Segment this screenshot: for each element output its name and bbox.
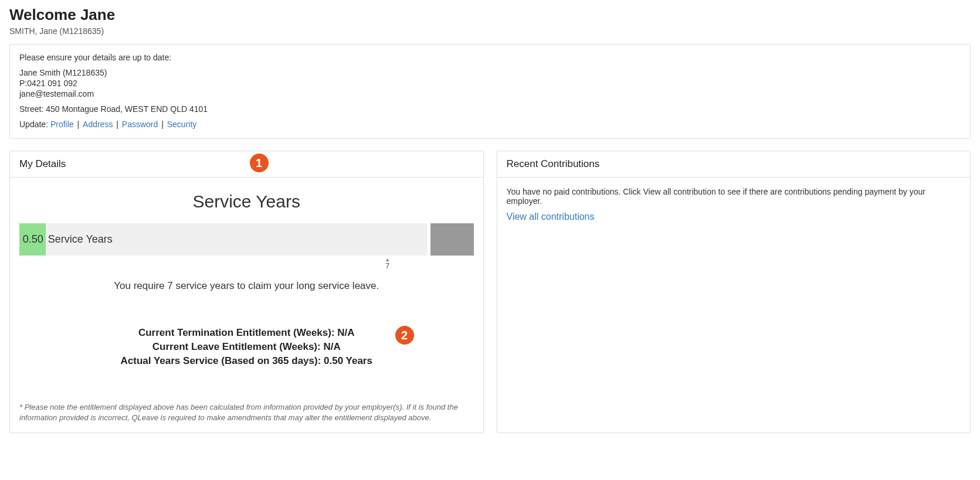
user-phone-line: P:0421 091 092 — [19, 79, 961, 88]
separator: | — [114, 120, 120, 129]
separator: | — [75, 120, 82, 129]
axis-tick-zone: ▴ 7 — [19, 257, 427, 268]
address-link[interactable]: Address — [83, 120, 113, 129]
disclaimer-text: * Please note the entitlement displayed … — [19, 402, 474, 423]
threshold-tick-label: 7 — [385, 261, 389, 270]
update-links-row: Update: Profile | Address | Password | S… — [19, 120, 961, 129]
annotation-callout-1: 1 — [250, 154, 269, 172]
actual-years-service: Actual Years Service (Based on 365 days)… — [19, 355, 474, 367]
update-label: Update: — [19, 120, 48, 129]
page-title: Welcome Jane — [9, 6, 971, 24]
recent-contributions-panel: Recent Contributions You have no paid co… — [497, 151, 971, 433]
annotation-callout-2: 2 — [395, 326, 414, 345]
profile-link[interactable]: Profile — [50, 120, 74, 129]
bar-fill: 0.50 — [19, 223, 46, 256]
bar-track: 0.50 Service Years — [19, 223, 427, 256]
user-address-line: Street: 450 Montague Road, WEST END QLD … — [19, 104, 961, 114]
separator: | — [159, 120, 165, 129]
service-years-chart-title: Service Years — [19, 192, 474, 212]
contributions-heading: Recent Contributions — [497, 151, 971, 178]
ensure-text: Please ensure your details are up to dat… — [19, 53, 961, 62]
security-link[interactable]: Security — [167, 120, 197, 129]
my-details-panel: My Details 1 Service Years 0.50 Service … — [9, 151, 484, 433]
bar-series-label: Service Years — [46, 233, 113, 246]
service-years-chart: 0.50 Service Years ▴ 7 — [19, 223, 474, 268]
password-link[interactable]: Password — [122, 120, 158, 129]
my-details-heading: My Details — [10, 151, 483, 178]
user-email-line: jane@testemail.com — [19, 89, 961, 98]
user-name-line: Jane Smith (M1218635) — [19, 68, 961, 77]
details-panel: Please ensure your details are up to dat… — [9, 44, 971, 139]
no-contributions-message: You have no paid contributions. Click Vi… — [507, 187, 961, 206]
bar-value: 0.50 — [23, 233, 43, 246]
entitlement-group: 2 Current Termination Entitlement (Weeks… — [19, 327, 474, 367]
bar-extra-block — [430, 223, 474, 256]
requirement-text: You require 7 service years to claim you… — [19, 280, 474, 292]
page-subtitle: SMITH, Jane (M1218635) — [9, 26, 971, 36]
view-all-contributions-link[interactable]: View all contributions — [507, 212, 595, 222]
